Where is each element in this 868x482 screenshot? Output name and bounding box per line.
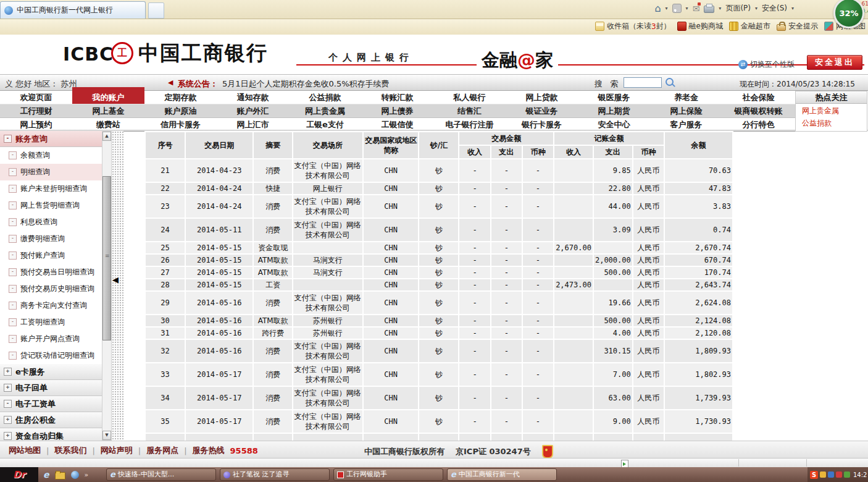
logout-button[interactable]: 安全退出 [807, 55, 862, 70]
home-icon[interactable]: ⌂ [654, 4, 661, 13]
menu-item-分行特色[interactable]: 分行特色 [722, 118, 795, 131]
footer-link-网站声明[interactable]: 网站声明 [101, 445, 133, 456]
hot-link-公益捐款[interactable]: 公益捐款 [802, 118, 867, 129]
browser-tab[interactable]: 中国工商银行新一代网上银行 [0, 1, 146, 19]
menu-item-网上汇市[interactable]: 网上汇市 [217, 118, 289, 131]
sidebar-splitter[interactable] [112, 131, 123, 441]
taskbar-task-中国工商银行新一代[interactable]: e中国工商银行新一代 [447, 468, 557, 481]
sidebar-item-明细查询[interactable]: -明细查询 [0, 164, 102, 180]
scroll-up-icon[interactable]: ▲ [102, 132, 111, 141]
footer-link-联系我们[interactable]: 联系我们 [54, 445, 86, 456]
table-row[interactable]: 332014-05-17消费支付宝（中国）网络技术有限公司CHN钞---7.00… [146, 363, 732, 386]
sidebar-item-预付交易历史明细查询[interactable]: -预付交易历史明细查询 [0, 281, 102, 297]
home-dropdown-icon[interactable]: ▾ [666, 6, 668, 11]
quicklink-mall[interactable]: 融e购商城 [677, 21, 723, 32]
menu-item-转账汇款[interactable]: 转账汇款 [361, 91, 433, 104]
table-row[interactable]: 252014-05-15资金取现CHN钞---2,670.00人民币2,670.… [146, 242, 732, 253]
search-icon[interactable] [666, 78, 674, 86]
bulletin-text[interactable]: 5月1日起个人定期积存金免收0.5%积存手续费 [222, 78, 390, 90]
expand-collapse-icon[interactable]: + [4, 384, 12, 392]
scrollbar-thumb[interactable] [102, 176, 111, 340]
menu-item-银证业务[interactable]: 银证业务 [506, 104, 578, 117]
menu-item-安全中心[interactable]: 安全中心 [578, 118, 650, 131]
menu-item-电子银行注册[interactable]: 电子银行注册 [433, 118, 506, 131]
new-tab-button[interactable] [148, 2, 164, 19]
table-row[interactable]: 242014-05-11消费支付宝（中国）网络技术有限公司CHN钞---3.09… [146, 219, 732, 241]
print-dropdown-icon[interactable]: ▾ [719, 6, 721, 11]
sidebar-item-账户未登折明细查询[interactable]: -账户未登折明细查询 [0, 180, 102, 197]
menu-item-网上债券[interactable]: 网上债券 [361, 104, 433, 117]
quicklink-security-tips[interactable]: 安全提示 [777, 21, 818, 32]
menu-item-结售汇[interactable]: 结售汇 [433, 104, 506, 117]
menu-item-银医服务[interactable]: 银医服务 [578, 91, 650, 104]
mail-icon[interactable]: ✉ [693, 4, 700, 14]
globe-icon[interactable] [71, 471, 79, 479]
footer-link-服务网点[interactable]: 服务网点 [146, 445, 178, 456]
menu-item-通知存款[interactable]: 通知存款 [217, 91, 289, 104]
sidebar-item-余额查询[interactable]: -余额查询 [0, 147, 102, 164]
sidebar-item-工资明细查询[interactable]: -工资明细查询 [0, 314, 102, 331]
tray-icon-4[interactable] [844, 471, 850, 478]
sidebar-section-e卡服务[interactable]: +e卡服务 [0, 364, 102, 380]
sidebar-section-电子工资单[interactable]: -电子工资单 [0, 396, 102, 412]
sidebar-item-缴费明细查询[interactable]: -缴费明细查询 [0, 230, 102, 247]
table-row[interactable]: 352014-05-17消费支付宝（中国）网络技术有限公司CHN钞---9.00… [146, 410, 732, 433]
sidebar-item-商务卡定向支付查询[interactable]: -商务卡定向支付查询 [0, 297, 102, 314]
menu-item-工行理财[interactable]: 工行理财 [0, 104, 72, 117]
sidebar-item-预付交易当日明细查询[interactable]: -预付交易当日明细查询 [0, 264, 102, 281]
search-input[interactable] [624, 77, 662, 88]
quicklink-inbox[interactable]: 收件箱（未读3封） [595, 21, 671, 32]
taskbar-task-工行网银助手[interactable]: 工行网银助手 [333, 468, 443, 481]
page-menu[interactable]: 页面(P) [725, 3, 751, 14]
table-row[interactable]: 322014-05-16消费支付宝（中国）网络技术有限公司CHN钞---310.… [146, 340, 732, 362]
menu-item-养老金[interactable]: 养老金 [650, 91, 722, 104]
menu-item-网上贵金属[interactable]: 网上贵金属 [289, 104, 361, 117]
ie-quicklaunch-icon[interactable]: e [43, 470, 49, 480]
feed-dropdown-icon[interactable]: ▾ [686, 6, 688, 11]
expand-collapse-icon[interactable]: + [4, 368, 12, 376]
menu-item-我的账户[interactable]: 我的账户 [72, 91, 144, 104]
feed-icon[interactable] [672, 4, 682, 13]
menu-item-银行卡服务[interactable]: 银行卡服务 [506, 118, 578, 131]
table-row[interactable]: 262014-05-15ATM取款马涧支行CHN钞---2,000.00人民币6… [146, 255, 732, 266]
table-row[interactable]: 342014-05-17消费支付宝（中国）网络技术有限公司CHN钞---63.0… [146, 387, 732, 409]
menu-item-网上预约[interactable]: 网上预约 [0, 118, 72, 131]
menu-item-工银信使[interactable]: 工银信使 [361, 118, 433, 131]
sidebar-section-账务查询[interactable]: -账务查询 [0, 131, 102, 147]
menu-item-网上基金[interactable]: 网上基金 [72, 104, 144, 117]
sidebar-section-电子回单[interactable]: +电子回单 [0, 380, 102, 396]
taskbar-task-快速络-中国大型...[interactable]: e快速络-中国大型... [106, 468, 216, 481]
sidebar-section-住房公积金[interactable]: +住房公积金 [0, 412, 102, 428]
sidebar-item-预付账户查询[interactable]: -预付账户查询 [0, 247, 102, 264]
footer-link-网站地图[interactable]: 网站地图 [9, 445, 41, 456]
table-row[interactable]: 312014-05-16跨行费苏州银行CHN钞---4.00人民币2,120.0… [146, 328, 732, 339]
table-row[interactable]: 222014-04-24快捷网上银行CHN钞---22.80人民币47.83 [146, 183, 732, 194]
sogou-tray-icon[interactable]: S [810, 471, 818, 479]
safety-menu[interactable]: 安全(S) [762, 3, 787, 14]
print-icon[interactable] [704, 6, 714, 13]
table-row[interactable]: 232014-04-24消费支付宝（中国）网络技术有限公司CHN钞---44.0… [146, 195, 732, 218]
collapse-sidebar-icon[interactable]: ◀ [112, 275, 119, 284]
quicklink-finance-market[interactable]: 金融超市 [729, 21, 770, 32]
menu-item-网上期货[interactable]: 网上期货 [578, 104, 650, 117]
more-icons-chevron[interactable]: » [85, 471, 89, 479]
table-row[interactable]: 302014-05-16ATM取款苏州银行CHN钞---500.00人民币2,1… [146, 315, 732, 326]
expand-collapse-icon[interactable]: - [4, 400, 12, 408]
sidebar-item-账户开户网点查询[interactable]: -账户开户网点查询 [0, 331, 102, 347]
sidebar-item-贷记联动借记明细查询[interactable]: -贷记联动借记明细查询 [0, 347, 102, 364]
menu-item-缴费站[interactable]: 缴费站 [72, 118, 144, 131]
menu-item-私人银行[interactable]: 私人银行 [433, 91, 506, 104]
sidebar-item-利息税查询[interactable]: -利息税查询 [0, 214, 102, 230]
menu-item-账户原油[interactable]: 账户原油 [144, 104, 217, 117]
menu-item-定期存款[interactable]: 定期存款 [144, 91, 217, 104]
menu-item-网上贷款[interactable]: 网上贷款 [506, 91, 578, 104]
sidebar-section-资金自动归集[interactable]: +资金自动归集 [0, 428, 102, 441]
expand-collapse-icon[interactable]: - [4, 135, 12, 143]
menu-item-欢迎页面[interactable]: 欢迎页面 [0, 91, 72, 104]
tray-icon-1[interactable] [820, 471, 826, 478]
menu-item-信用卡服务[interactable]: 信用卡服务 [144, 118, 217, 131]
sidebar-item-网上售货明细查询[interactable]: -网上售货明细查询 [0, 197, 102, 214]
taskbar-task-社了笔祝 泛了追寻[interactable]: 社了笔祝 泛了追寻 [220, 468, 330, 481]
sidebar-scrollbar[interactable]: ▲ ▼ [102, 131, 112, 441]
tray-icon-2[interactable] [828, 471, 834, 478]
